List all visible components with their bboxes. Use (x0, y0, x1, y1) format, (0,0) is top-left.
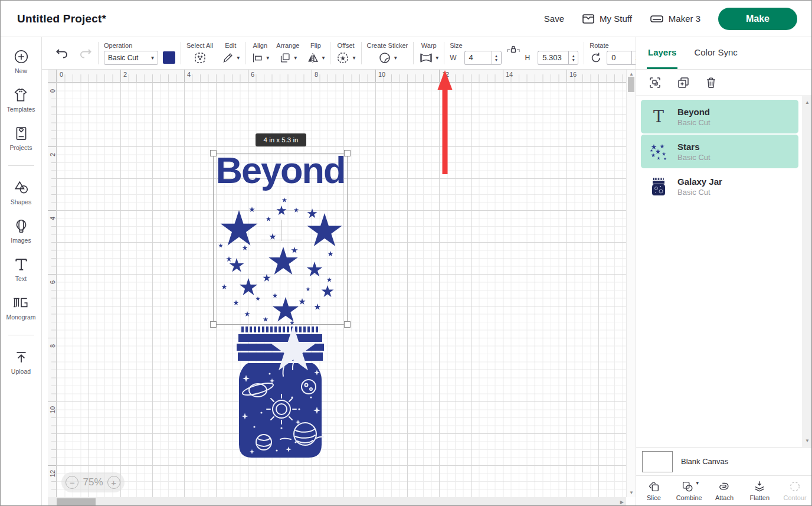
my-stuff-button[interactable]: My Stuff (582, 13, 632, 25)
resize-handle-bottom-right[interactable] (344, 321, 351, 328)
stepper-down-icon[interactable]: ▼ (572, 58, 575, 62)
sidebar-label: Upload (11, 368, 31, 375)
canvas-vertical-scrollbar[interactable]: ▲ ▼ (626, 70, 636, 497)
width-stepper[interactable]: ▲▼ (492, 51, 502, 65)
sidebar-item-upload[interactable]: Upload (11, 350, 31, 375)
align-label: Align (253, 42, 267, 49)
combine-button[interactable]: ▾ Combine (672, 476, 707, 505)
make-button[interactable]: Make (718, 8, 797, 30)
layer-row-beyond[interactable]: T Beyond Basic Cut (641, 100, 798, 133)
resize-handle-bottom-left[interactable] (210, 321, 217, 328)
machine-select[interactable]: Maker 3 (650, 13, 700, 25)
duplicate-icon[interactable] (676, 76, 690, 90)
color-swatch[interactable] (163, 51, 175, 64)
selection-bounding-box[interactable]: Beyond (213, 153, 348, 325)
scroll-right-icon[interactable]: ▶ (620, 500, 624, 505)
vertical-scroll-thumb[interactable] (628, 77, 634, 92)
arrange-label: Arrange (276, 42, 299, 49)
sidebar-item-projects[interactable]: Projects (10, 126, 32, 151)
canvas-viewport[interactable]: 0 2 4 6 8 10 12 14 16 0 2 4 6 8 10 12 4 … (42, 70, 636, 506)
sidebar-item-text[interactable]: Text (14, 257, 29, 282)
trash-icon[interactable] (705, 76, 718, 90)
slice-button[interactable]: Slice (636, 476, 672, 505)
my-stuff-icon (582, 13, 595, 25)
projects-icon (14, 126, 29, 141)
flip-button[interactable]: Flip ▾ (306, 42, 325, 65)
tab-layers[interactable]: Layers (647, 37, 677, 69)
align-icon (251, 51, 264, 65)
layer-row-stars[interactable]: Stars Basic Cut (641, 135, 798, 168)
resize-handle-top-left[interactable] (210, 150, 217, 156)
new-icon (14, 49, 29, 64)
attach-button[interactable]: Attach (707, 476, 742, 505)
layer-thumbnail-jar (648, 176, 669, 197)
height-value[interactable]: 5.303 (538, 51, 568, 65)
horizontal-ruler: 0 2 4 6 8 10 12 14 16 (48, 70, 626, 83)
sidebar-item-shapes[interactable]: Shapes (11, 180, 32, 205)
scroll-up-icon[interactable]: ▲ (805, 100, 810, 105)
canvas-horizontal-scrollbar[interactable]: ▶ (48, 497, 626, 506)
shapes-icon (14, 180, 29, 195)
horizontal-scroll-thumb[interactable] (57, 498, 96, 505)
stepper-down-icon[interactable]: ▼ (495, 58, 498, 62)
select-all-button[interactable]: Select All (186, 42, 213, 65)
blank-canvas-swatch[interactable] (642, 451, 673, 472)
chevron-down-icon: ▾ (352, 54, 355, 61)
layer-thumbnail-text: T (648, 106, 669, 128)
offset-icon (336, 51, 350, 65)
sidebar-label: Images (11, 237, 31, 244)
zoom-out-button[interactable]: − (66, 476, 78, 489)
flatten-icon (752, 480, 767, 493)
resize-handle-top-right[interactable] (344, 150, 351, 156)
zoom-in-button[interactable]: + (107, 476, 120, 489)
width-value[interactable]: 4 (464, 51, 492, 65)
redo-icon[interactable] (78, 47, 93, 60)
warp-button[interactable]: Warp ▾ (419, 42, 438, 65)
offset-button[interactable]: Offset ▾ (336, 42, 355, 65)
group-icon[interactable] (648, 76, 662, 90)
layer-list-scrollbar[interactable]: ▲ ▼ (802, 96, 812, 447)
zoom-level: 75% (83, 476, 103, 488)
layer-row-galaxy-jar[interactable]: Galaxy Jar Basic Cut (641, 169, 798, 203)
contour-button[interactable]: Contour (777, 476, 812, 505)
undo-icon[interactable] (55, 47, 69, 60)
scroll-up-icon[interactable]: ▲ (629, 71, 634, 77)
warp-label: Warp (421, 42, 437, 49)
sidebar: New Templates Projects Shapes Images Tex… (1, 37, 42, 505)
height-field[interactable]: 5.303 ▲▼ (538, 51, 578, 65)
warp-icon (419, 51, 433, 65)
create-sticker-button[interactable]: Create Sticker ▾ (367, 42, 408, 65)
text-icon (14, 257, 29, 272)
edit-menu-button[interactable]: Edit ▾ (221, 42, 240, 65)
sidebar-item-templates[interactable]: Templates (7, 87, 35, 113)
sidebar-item-monogram[interactable]: Monogram (6, 295, 35, 321)
scroll-down-icon[interactable]: ▼ (805, 438, 810, 443)
selection-center-mark (261, 240, 302, 240)
chevron-down-icon: ▾ (436, 54, 438, 61)
width-field[interactable]: 4 ▲▼ (464, 51, 502, 65)
align-button[interactable]: Align ▾ (251, 42, 269, 65)
save-button[interactable]: Save (544, 14, 564, 24)
flatten-button[interactable]: Flatten (742, 476, 777, 505)
chevron-down-icon: ▾ (266, 54, 269, 61)
layer-tools (636, 70, 812, 96)
stepper-up-icon[interactable]: ▲ (572, 54, 575, 58)
stepper-up-icon[interactable]: ▲ (495, 54, 498, 58)
sidebar-item-images[interactable]: Images (11, 218, 31, 244)
project-title: Untitled Project* (17, 12, 106, 25)
arrange-button[interactable]: Arrange ▾ (276, 42, 299, 65)
lock-aspect-button[interactable] (506, 43, 520, 57)
edit-label: Edit (225, 42, 236, 49)
height-stepper[interactable]: ▲▼ (568, 51, 578, 65)
sidebar-item-new[interactable]: New (14, 49, 29, 74)
blank-canvas-row: Blank Canvas (636, 447, 812, 475)
operation-select[interactable]: Basic Cut ▾ (104, 51, 158, 65)
rotate-value[interactable]: 0 (607, 51, 631, 65)
blank-canvas-label: Blank Canvas (681, 457, 728, 466)
design-galaxy-jar[interactable] (234, 327, 326, 460)
tab-color-sync[interactable]: Color Sync (693, 37, 738, 69)
scroll-down-icon[interactable]: ▼ (629, 490, 634, 495)
create-sticker-label: Create Sticker (367, 42, 408, 49)
flip-label: Flip (310, 42, 321, 49)
rotate-icon[interactable] (590, 51, 603, 65)
